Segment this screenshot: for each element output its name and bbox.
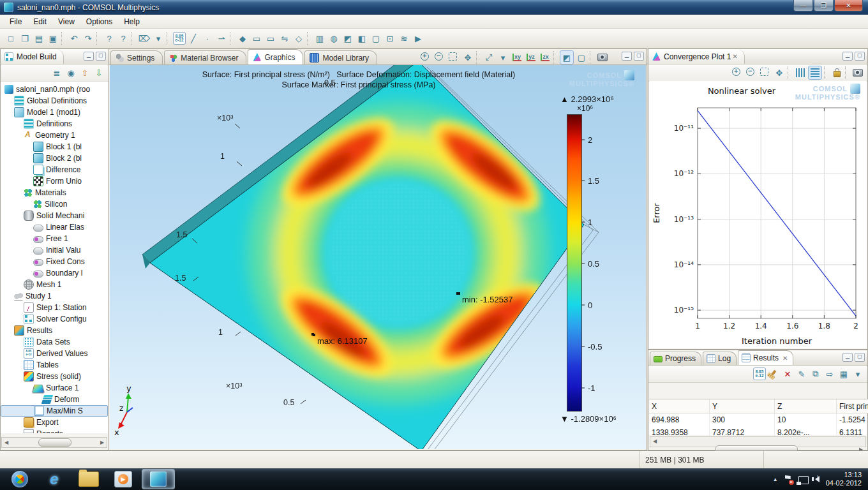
tree-item-results[interactable]: Results xyxy=(1,325,108,336)
view-zx-icon[interactable]: zx xyxy=(539,51,551,64)
volume-plot-icon[interactable]: ◩ xyxy=(341,32,354,45)
zoom-in-icon[interactable] xyxy=(731,66,744,79)
results-maximize-button[interactable]: ▢ xyxy=(855,353,865,362)
tree-item-silicon[interactable]: Silicon xyxy=(1,198,108,210)
new-file-icon[interactable]: □ xyxy=(4,32,17,45)
zoom-box-icon[interactable] xyxy=(447,51,460,64)
wireframe-icon[interactable]: ▢ xyxy=(575,51,588,64)
results-tab-close-icon[interactable]: ✕ xyxy=(782,355,788,362)
copy-plot-icon[interactable]: ⧉ xyxy=(809,368,822,380)
panel-maximize-button[interactable]: ▢ xyxy=(96,52,106,61)
tree-item-block-1-bl[interactable]: Block 1 (bl xyxy=(1,141,108,152)
menu-file[interactable]: File xyxy=(4,16,27,27)
grid-y-icon[interactable] xyxy=(808,66,822,80)
collapse-all-icon[interactable]: ≣ xyxy=(50,66,63,79)
reorder-down-icon[interactable]: ⇩ xyxy=(93,66,105,79)
results-minimize-button[interactable]: ▁ xyxy=(842,353,853,362)
graphics-maximize-button[interactable]: ▢ xyxy=(634,52,644,61)
taskbar-media-player-icon[interactable]: ▶ xyxy=(107,470,139,489)
tree-horizontal-scrollbar[interactable]: ◀ ▶ xyxy=(1,437,107,448)
zoom-in-icon[interactable] xyxy=(419,51,432,64)
menu-edit[interactable]: Edit xyxy=(27,16,52,27)
documentation-icon[interactable]: ? xyxy=(117,32,130,45)
results-horizontal-scrollbar[interactable]: ◀ ▶ xyxy=(650,436,866,447)
column-header-first-principal-stress-mpa[interactable]: First principal stress (MPa) xyxy=(837,399,868,413)
iso-plot-icon[interactable]: ▥ xyxy=(313,32,326,45)
menu-view[interactable]: View xyxy=(52,16,80,27)
tree-item-geometry-1[interactable]: Geometry 1 xyxy=(1,130,108,141)
taskbar-comsol-icon[interactable] xyxy=(142,469,175,489)
tray-clock[interactable]: 13:13 04-02-2012 xyxy=(826,471,862,487)
convergence-chart-area[interactable]: COMSOL MULTIPHYSICS® 11.21.41.61.8210⁻¹¹… xyxy=(649,81,867,348)
tree-item-step-1-station[interactable]: Step 1: Station xyxy=(1,302,108,313)
tree-item-linear-elas[interactable]: Linear Elas xyxy=(1,221,108,233)
delete-all-icon[interactable]: ✕ xyxy=(781,368,794,380)
flip-normal-icon[interactable]: ⇋ xyxy=(278,32,291,45)
plot-results-icon[interactable]: ✎ xyxy=(795,368,808,380)
column-header-z[interactable]: Z xyxy=(775,399,837,413)
minimize-button[interactable]: — xyxy=(793,0,813,11)
revolve-plot-icon[interactable]: ◍ xyxy=(327,32,340,45)
clear-mesh-icon[interactable]: ⌦ xyxy=(138,32,151,45)
tree-item-max-min-s[interactable]: Max/Min S xyxy=(1,405,108,417)
epsilon-icon[interactable]: 8.85e-12 xyxy=(753,368,766,380)
tree-item-definitions[interactable]: Definitions xyxy=(1,118,108,130)
tree-item-free-1[interactable]: Free 1 xyxy=(1,233,108,244)
normal-probe-icon[interactable]: ⇀ xyxy=(215,32,228,45)
table-row[interactable]: 694.98830010-1.5254 xyxy=(649,413,868,427)
redo-icon[interactable]: ↷ xyxy=(82,32,94,45)
caret-icon[interactable]: ▾ xyxy=(497,51,509,64)
zoom-extents-icon[interactable] xyxy=(461,51,474,64)
tree-item-form-unio[interactable]: Form Unio xyxy=(1,175,108,187)
undo-icon[interactable]: ↶ xyxy=(68,32,80,45)
convergence-maximize-button[interactable]: ▢ xyxy=(855,52,865,61)
animate-plot-icon[interactable]: ▶ xyxy=(412,32,424,45)
tree-item-materials[interactable]: Materials xyxy=(1,187,108,198)
tree-item-data-sets[interactable]: Data Sets xyxy=(1,336,108,348)
graphics-canvas[interactable]: Surface: First principal stress (N/m²) S… xyxy=(110,65,646,449)
export-table-icon[interactable]: ⇨ xyxy=(823,368,836,380)
caret-icon[interactable]: ▾ xyxy=(851,368,864,380)
scroll-left-arrow[interactable]: ◀ xyxy=(2,438,11,447)
snapshot-icon[interactable] xyxy=(851,66,864,79)
convergence-tab[interactable]: Convergence Plot 1 ✕ xyxy=(648,50,745,64)
transparency-icon[interactable]: ◩ xyxy=(560,50,574,64)
scroll-left-arrow[interactable]: ◀ xyxy=(650,437,659,445)
lock-icon[interactable] xyxy=(830,66,843,79)
broom-icon[interactable] xyxy=(767,368,780,380)
streamline-plot-icon[interactable]: ≋ xyxy=(398,32,410,45)
tab-results[interactable]: Results✕ xyxy=(738,350,793,365)
tree-item-model-1-mod1[interactable]: Model 1 (mod1) xyxy=(1,107,108,118)
tree-item-deform[interactable]: Deform xyxy=(1,394,108,405)
zoom-box-icon[interactable] xyxy=(759,66,772,79)
tree-item-block-2-bl[interactable]: Block 2 (bl xyxy=(1,152,108,164)
tab-log[interactable]: Log xyxy=(703,352,737,365)
taskbar-windows-explorer-icon[interactable] xyxy=(73,470,105,489)
tree-item-mesh-1[interactable]: Mesh 1 xyxy=(1,279,108,290)
open-file-icon[interactable]: ❒ xyxy=(19,32,31,45)
tab-model-library[interactable]: Model Library xyxy=(304,50,377,64)
zoom-out-icon[interactable] xyxy=(745,66,758,79)
point-select-icon[interactable]: ∙ xyxy=(201,32,214,45)
tree-item-export[interactable]: Export xyxy=(1,417,108,428)
reorder-up-icon[interactable]: ⇧ xyxy=(79,66,91,79)
tab-graphics[interactable]: Graphics xyxy=(248,49,303,64)
restore-button[interactable]: ❐ xyxy=(814,0,834,11)
tab-material-browser[interactable]: Material Browser xyxy=(164,50,246,64)
tree-item-global-definitions[interactable]: Global Definitions xyxy=(1,95,108,107)
tree-item-boundary-l[interactable]: Boundary l xyxy=(1,267,108,279)
tab-progress[interactable]: Progress xyxy=(650,352,701,365)
tree-item-solid-mechani[interactable]: Solid Mechani xyxy=(1,210,108,221)
view-xy-icon[interactable]: xy xyxy=(511,51,523,64)
epsilon-icon[interactable]: 8.85e-12 xyxy=(173,32,186,45)
zoom-out-icon[interactable] xyxy=(433,51,446,64)
menu-help[interactable]: Help xyxy=(118,16,146,27)
box-deselect-icon[interactable]: ▭ xyxy=(264,32,277,45)
taskbar-start-icon[interactable] xyxy=(4,470,36,489)
column-header-x[interactable]: X xyxy=(649,399,710,413)
graphics-minimize-button[interactable]: ▁ xyxy=(622,52,632,61)
print-icon[interactable]: ▣ xyxy=(47,32,59,45)
view-yz-icon[interactable]: yz xyxy=(525,51,537,64)
column-header-y[interactable]: Y xyxy=(710,399,775,413)
convergence-minimize-button[interactable]: ▁ xyxy=(842,52,853,61)
